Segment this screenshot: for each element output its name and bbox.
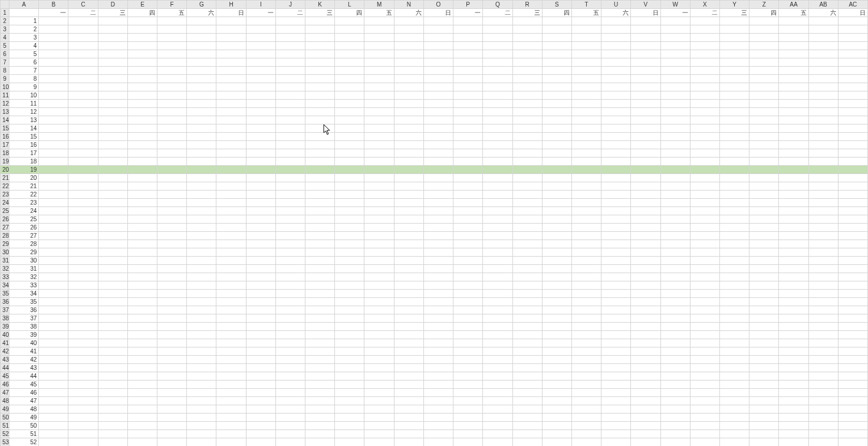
cell-E23[interactable] <box>127 191 157 199</box>
cell-L26[interactable] <box>335 215 364 224</box>
cell-E31[interactable] <box>127 257 157 265</box>
cell-W43[interactable] <box>660 356 690 364</box>
cell-S37[interactable] <box>542 306 571 314</box>
cell-T16[interactable] <box>571 133 601 141</box>
cell-G7[interactable] <box>187 58 216 67</box>
row-header-36[interactable]: 36 <box>1 298 9 306</box>
cell-Z28[interactable] <box>749 232 779 240</box>
cell-M44[interactable] <box>364 364 394 372</box>
row-header-14[interactable]: 14 <box>1 116 9 124</box>
cell-L51[interactable] <box>335 422 364 430</box>
cell-AA26[interactable] <box>779 215 808 224</box>
cell-Y27[interactable] <box>719 224 749 232</box>
row-header-39[interactable]: 39 <box>1 323 9 331</box>
cell-A49[interactable]: 48 <box>9 405 39 414</box>
cell-AA35[interactable] <box>779 290 808 298</box>
cell-M28[interactable] <box>364 232 394 240</box>
cell-K12[interactable] <box>305 100 335 108</box>
cell-R28[interactable] <box>512 232 542 240</box>
cell-AA17[interactable] <box>779 141 808 149</box>
cell-J29[interactable] <box>275 240 305 248</box>
cell-B5[interactable] <box>39 42 68 50</box>
cell-S25[interactable] <box>542 207 571 215</box>
cell-W27[interactable] <box>660 224 690 232</box>
cell-I18[interactable] <box>246 149 275 158</box>
cell-D37[interactable] <box>98 306 127 314</box>
cell-C11[interactable] <box>68 91 98 100</box>
cell-P6[interactable] <box>453 50 483 58</box>
cell-L38[interactable] <box>335 314 364 323</box>
cell-AC32[interactable] <box>838 265 867 273</box>
cell-AC28[interactable] <box>838 232 867 240</box>
row-header-52[interactable]: 52 <box>1 430 9 438</box>
cell-Q13[interactable] <box>483 108 512 116</box>
cell-L9[interactable] <box>335 75 364 83</box>
cell-C44[interactable] <box>68 364 98 372</box>
cell-I19[interactable] <box>246 158 275 166</box>
cell-Q39[interactable] <box>483 323 512 331</box>
cell-B13[interactable] <box>39 108 68 116</box>
cell-Z24[interactable] <box>749 199 779 207</box>
cell-Q18[interactable] <box>483 149 512 158</box>
cell-E28[interactable] <box>127 232 157 240</box>
cell-U24[interactable] <box>601 199 631 207</box>
cell-D2[interactable] <box>98 17 127 25</box>
cell-C8[interactable] <box>68 67 98 75</box>
cell-H2[interactable] <box>216 17 246 25</box>
cell-E50[interactable] <box>127 414 157 422</box>
cell-U27[interactable] <box>601 224 631 232</box>
cell-F53[interactable] <box>157 438 187 447</box>
data-row[interactable]: 5150 <box>1 422 868 430</box>
cell-B1[interactable]: 一 <box>39 9 68 17</box>
cell-AA24[interactable] <box>779 199 808 207</box>
cell-AB36[interactable] <box>808 298 838 306</box>
cell-T15[interactable] <box>571 124 601 133</box>
cell-U15[interactable] <box>601 124 631 133</box>
cell-D43[interactable] <box>98 356 127 364</box>
cell-U11[interactable] <box>601 91 631 100</box>
col-header-V[interactable]: V <box>631 1 660 9</box>
cell-L45[interactable] <box>335 372 364 381</box>
cell-Z21[interactable] <box>749 174 779 182</box>
cell-V13[interactable] <box>631 108 660 116</box>
data-row[interactable]: 1312 <box>1 108 868 116</box>
cell-E34[interactable] <box>127 281 157 290</box>
cell-G16[interactable] <box>187 133 216 141</box>
cell-I9[interactable] <box>246 75 275 83</box>
cell-H26[interactable] <box>216 215 246 224</box>
cell-T32[interactable] <box>571 265 601 273</box>
cell-P35[interactable] <box>453 290 483 298</box>
col-header-M[interactable]: M <box>364 1 394 9</box>
cell-Y22[interactable] <box>719 182 749 191</box>
cell-X39[interactable] <box>690 323 719 331</box>
cell-W28[interactable] <box>660 232 690 240</box>
cell-J34[interactable] <box>275 281 305 290</box>
cell-X27[interactable] <box>690 224 719 232</box>
cell-T18[interactable] <box>571 149 601 158</box>
cell-B52[interactable] <box>39 430 68 438</box>
cell-I31[interactable] <box>246 257 275 265</box>
cell-T33[interactable] <box>571 273 601 281</box>
cell-Q43[interactable] <box>483 356 512 364</box>
cell-W40[interactable] <box>660 331 690 339</box>
cell-K6[interactable] <box>305 50 335 58</box>
cell-B23[interactable] <box>39 191 68 199</box>
cell-A2[interactable]: 1 <box>9 17 39 25</box>
cell-AC40[interactable] <box>838 331 867 339</box>
cell-Q52[interactable] <box>483 430 512 438</box>
select-all-corner[interactable] <box>1 1 9 9</box>
cell-G26[interactable] <box>187 215 216 224</box>
cell-Q26[interactable] <box>483 215 512 224</box>
cell-K32[interactable] <box>305 265 335 273</box>
cell-L37[interactable] <box>335 306 364 314</box>
cell-Q21[interactable] <box>483 174 512 182</box>
cell-U25[interactable] <box>601 207 631 215</box>
cell-S51[interactable] <box>542 422 571 430</box>
cell-K38[interactable] <box>305 314 335 323</box>
cell-F38[interactable] <box>157 314 187 323</box>
data-row[interactable]: 1514 <box>1 124 868 133</box>
cell-F4[interactable] <box>157 34 187 42</box>
cell-Y48[interactable] <box>719 397 749 405</box>
cell-L36[interactable] <box>335 298 364 306</box>
cell-G19[interactable] <box>187 158 216 166</box>
